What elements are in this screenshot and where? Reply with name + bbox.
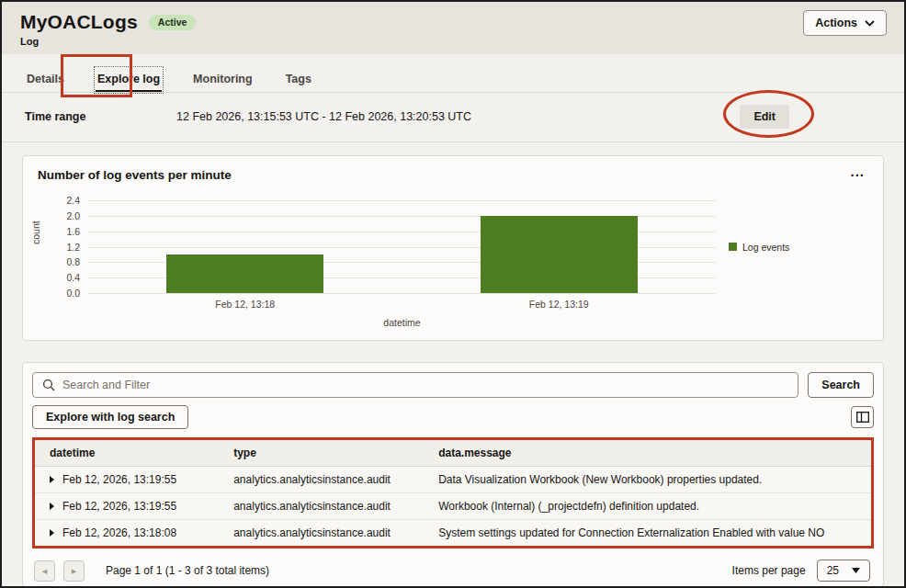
table-columns-icon: [856, 412, 869, 423]
y-axis-tick-label: 0.8: [38, 256, 80, 267]
chart-title: Number of log events per minute: [38, 168, 868, 182]
y-axis-tick-label: 0.4: [38, 272, 80, 283]
log-events-table: datetime type data.message Feb 12, 2026,…: [35, 440, 871, 546]
actions-button[interactable]: Actions: [803, 10, 887, 36]
chart-overflow-menu-icon[interactable]: ...: [850, 164, 865, 179]
chevron-down-icon: [852, 568, 860, 573]
expand-caret-icon[interactable]: [50, 503, 54, 510]
table-row[interactable]: Feb 12, 2026, 13:18:08 analytics.analyti…: [35, 520, 871, 547]
table-row[interactable]: Feb 12, 2026, 13:19:55 analytics.analyti…: [35, 493, 871, 520]
search-input[interactable]: [62, 379, 788, 391]
page-title: MyOACLogs: [20, 11, 138, 33]
resource-type-label: Log: [20, 36, 886, 47]
page-info-text: Page 1 of 1 (1 - 3 of 3 total items): [106, 564, 269, 577]
x-axis-tick-label: Feb 12, 13:18: [215, 299, 275, 310]
y-axis-tick-label: 0.0: [38, 288, 80, 299]
next-page-button[interactable]: ▸: [63, 560, 85, 582]
previous-page-button[interactable]: ◂: [34, 560, 55, 582]
decorative-banner: [2, 54, 904, 66]
table-row[interactable]: Feb 12, 2026, 13:19:55 analytics.analyti…: [35, 467, 871, 493]
items-per-page-label: Items per page: [732, 564, 806, 577]
x-axis-tick-label: Feb 12, 13:19: [529, 299, 589, 310]
time-range-value: 12 Feb 2026, 13:15:53 UTC - 12 Feb 2026,…: [176, 110, 740, 123]
column-header-datetime[interactable]: datetime: [35, 440, 219, 467]
expand-caret-icon[interactable]: [50, 529, 54, 537]
y-axis-tick-label: 1.6: [38, 226, 80, 237]
tab-bar: Details Explore log Monitoring Tags: [2, 66, 904, 93]
pagination-bar: ◂ ▸ Page 1 of 1 (1 - 3 of 3 total items)…: [32, 560, 874, 582]
search-button[interactable]: Search: [808, 372, 874, 398]
log-search-card: Search Explore with log search datetime …: [22, 362, 884, 587]
red-annotation-box-table: datetime type data.message Feb 12, 2026,…: [32, 437, 874, 548]
search-input-wrapper: [32, 372, 798, 398]
chart-legend: Log events: [729, 242, 789, 253]
tab-monitoring[interactable]: Monitoring: [191, 68, 255, 92]
tab-tags[interactable]: Tags: [284, 68, 313, 92]
tab-explore-log[interactable]: Explore log: [96, 68, 162, 92]
y-axis-tick-label: 1.2: [38, 242, 80, 253]
time-range-row: Time range 12 Feb 2026, 13:15:53 UTC - 1…: [2, 93, 904, 142]
bar-Feb 12, 13:18[interactable]: [166, 254, 323, 293]
gridline: [88, 293, 716, 294]
bar-Feb 12, 13:19[interactable]: [481, 216, 638, 293]
bar-chart: 0.00.40.81.21.62.02.4Feb 12, 13:18Feb 12…: [38, 195, 868, 333]
y-axis-tick-label: 2.0: [38, 210, 80, 221]
tab-details[interactable]: Details: [25, 68, 66, 92]
x-axis-title: datetime: [383, 317, 420, 328]
legend-series-label: Log events: [742, 242, 789, 253]
explore-with-log-search-button[interactable]: Explore with log search: [32, 405, 188, 429]
status-badge: Active: [149, 15, 197, 30]
legend-swatch-icon: [729, 243, 737, 251]
column-settings-button[interactable]: [851, 406, 874, 428]
edit-time-range-button[interactable]: Edit: [740, 105, 789, 129]
column-header-type[interactable]: type: [219, 440, 424, 467]
expand-caret-icon[interactable]: [50, 476, 54, 483]
chevron-down-icon: [865, 20, 875, 27]
time-range-label: Time range: [25, 110, 176, 123]
page-header: MyOACLogs Active Log Actions: [2, 2, 904, 54]
search-icon: [42, 379, 55, 391]
column-header-data-message[interactable]: data.message: [424, 440, 871, 467]
items-per-page-select[interactable]: 25: [817, 560, 870, 582]
y-axis-title: count: [30, 220, 41, 244]
log-events-chart-card: Number of log events per minute ... 0.00…: [22, 155, 884, 341]
gridline: [88, 200, 716, 201]
y-axis-tick-label: 2.4: [38, 195, 80, 206]
